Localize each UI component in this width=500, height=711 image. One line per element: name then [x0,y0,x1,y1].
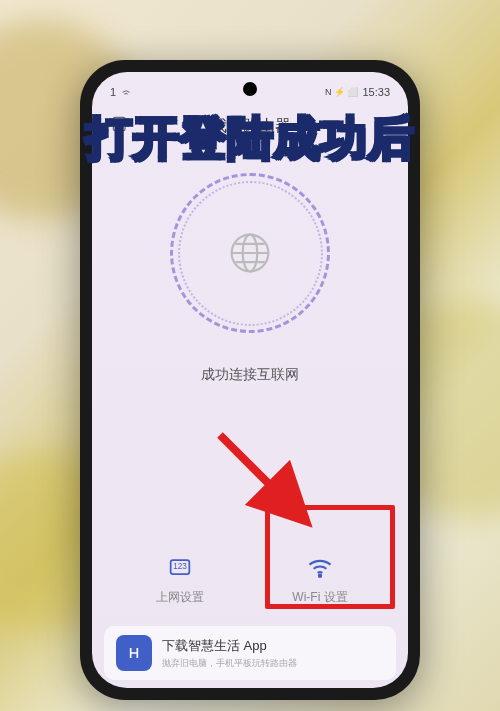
svg-line-7 [220,435,290,505]
camera-notch [243,82,257,96]
clock: 15:33 [362,86,390,98]
svg-text:123: 123 [173,562,187,571]
spinner-ring-inner [178,181,323,326]
wifi-status-icon [120,86,132,98]
nav-internet-settings[interactable]: 123 上网设置 [110,541,250,618]
connection-indicator [92,168,408,338]
nav-label: 上网设置 [156,589,204,606]
connection-status-text: 成功连接互联网 [92,366,408,384]
annotation-arrow [205,420,315,530]
banner-title: 下载智慧生活 App [162,637,384,655]
app-icon [116,635,152,671]
app-download-banner[interactable]: 下载智慧生活 App 抛弃旧电脑，手机平板玩转路由器 [104,626,396,680]
banner-subtitle: 抛弃旧电脑，手机平板玩转路由器 [162,657,384,670]
internet-settings-icon: 123 [166,553,194,581]
tutorial-caption: 打开登陆成功后 [86,108,415,170]
battery-indicator: 1 [110,86,116,98]
status-icons: N ⚡ ⬜ [325,87,359,97]
